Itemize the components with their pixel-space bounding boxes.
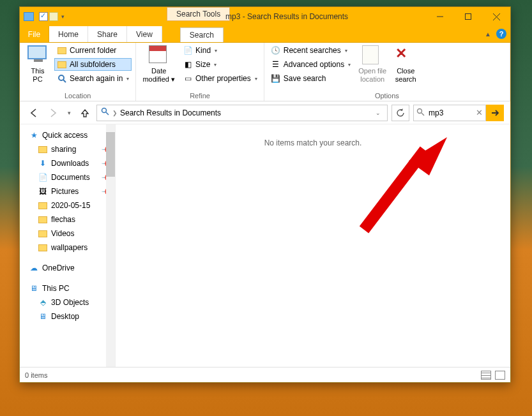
tree-2020-05-15[interactable]: 2020-05-15 [20, 198, 115, 212]
current-folder-button[interactable]: Current folder [54, 44, 132, 57]
search-icon [416, 108, 425, 118]
svg-line-5 [63, 80, 66, 82]
svg-point-4 [59, 75, 64, 80]
group-label-refine: Refine [140, 91, 259, 101]
navigation-bar: ▾ ❯ Search Results in Documents ⌄ ✕ [20, 101, 510, 124]
breadcrumb-sep[interactable]: ❯ [112, 110, 118, 116]
recent-searches-button[interactable]: 🕓 Recent searches▾ [268, 44, 353, 57]
tab-spacer [162, 26, 180, 42]
tab-share[interactable]: Share [88, 26, 127, 42]
refresh-button[interactable] [391, 105, 409, 121]
tab-fill [224, 26, 510, 42]
address-dropdown-icon[interactable]: ⌄ [373, 110, 383, 116]
desktop-icon: 🖥 [38, 311, 48, 322]
qat-customize-icon[interactable]: ▾ [59, 13, 66, 20]
tree-flechas[interactable]: flechas [20, 212, 115, 227]
address-bar[interactable]: ❯ Search Results in Documents ⌄ [96, 105, 388, 121]
cloud-icon: ☁ [29, 263, 39, 273]
tab-search[interactable]: Search [180, 27, 224, 42]
search-box[interactable]: ✕ [413, 105, 486, 121]
search-again-in-button[interactable]: Search again in ▾ [54, 72, 132, 85]
explorer-window: ▾ Search Tools mp3 - Search Results in D… [19, 6, 511, 383]
group-label-options: Options [268, 91, 506, 101]
advanced-options-button[interactable]: ☰ Advanced options▾ [268, 58, 353, 71]
kind-button[interactable]: 📄 Kind▾ [180, 44, 260, 57]
search-go-button[interactable] [486, 105, 504, 121]
qat-newfolder-icon[interactable] [49, 12, 58, 21]
tree-3d-objects[interactable]: ⬘3D Objects [20, 295, 115, 309]
scrollbar-thumb[interactable] [106, 132, 115, 177]
save-icon: 💾 [271, 73, 281, 84]
svg-point-6 [102, 108, 107, 113]
file-tab[interactable]: File [20, 26, 49, 42]
pictures-icon: 🖼 [38, 186, 48, 197]
svg-rect-1 [466, 14, 471, 20]
list-icon: ☰ [271, 59, 281, 70]
tab-view[interactable]: View [127, 26, 162, 42]
svg-line-9 [422, 113, 424, 115]
open-file-location-button: Open file location [356, 44, 389, 85]
tree-videos[interactable]: Videos [20, 227, 115, 241]
ribbon-group-refine: Date modified ▾ 📄 Kind▾ ◧ Size▾ ▭ Other … [136, 43, 264, 101]
up-button[interactable] [77, 105, 93, 121]
details-view-icon[interactable] [481, 371, 491, 380]
collapse-ribbon-icon[interactable]: ▲ [485, 31, 491, 38]
star-icon: ★ [29, 130, 39, 140]
back-button[interactable] [26, 105, 42, 121]
title-bar: ▾ Search Tools mp3 - Search Results in D… [20, 7, 510, 26]
search-results-icon [101, 107, 110, 118]
explorer-icon [24, 12, 34, 21]
svg-point-8 [418, 108, 422, 113]
close-search-button[interactable]: ✕ Close search [391, 44, 420, 85]
tree-sharing[interactable]: sharing📌 [20, 142, 115, 156]
search-icon [57, 73, 67, 84]
item-count: 0 items [25, 371, 47, 379]
forward-button [45, 105, 61, 121]
other-properties-button[interactable]: ▭ Other properties▾ [180, 72, 260, 85]
cube-icon: ⬘ [38, 297, 48, 308]
quick-access-toolbar: ▾ [20, 12, 70, 21]
window-title: mp3 - Search Results in Documents [225, 12, 348, 21]
results-pane[interactable]: No items match your search. [116, 124, 510, 367]
recent-locations-button[interactable]: ▾ [65, 105, 73, 121]
chevron-down-icon: ▾ [126, 76, 129, 82]
tree-pictures[interactable]: 🖼Pictures📌 [20, 184, 115, 198]
close-icon: ✕ [395, 45, 416, 66]
clock-icon: 🕓 [271, 45, 281, 56]
search-input[interactable] [427, 108, 466, 118]
document-icon: 📄 [38, 172, 48, 182]
download-icon: ⬇ [38, 158, 48, 168]
tree-this-pc[interactable]: 🖥This PC [20, 281, 115, 295]
qat-properties-icon[interactable] [39, 12, 48, 21]
all-subfolders-button[interactable]: All subfolders [54, 58, 132, 71]
tree-desktop[interactable]: 🖥Desktop [20, 309, 115, 323]
maximize-button[interactable] [454, 7, 482, 26]
breadcrumb[interactable]: Search Results in Documents [120, 108, 221, 117]
kind-icon: 📄 [183, 45, 193, 56]
tree-quick-access[interactable]: ★ Quick access [20, 128, 115, 142]
pc-icon: 🖥 [29, 283, 39, 293]
size-button[interactable]: ◧ Size▾ [180, 58, 260, 71]
navigation-pane[interactable]: ★ Quick access sharing📌 ⬇Downloads📌 📄Doc… [20, 124, 116, 367]
large-icons-view-icon[interactable] [495, 371, 505, 380]
date-modified-button[interactable]: Date modified ▾ [140, 44, 178, 85]
status-bar: 0 items [20, 367, 510, 382]
ribbon: This PC Current folder All subfolders [20, 43, 510, 101]
tree-documents[interactable]: 📄Documents📌 [20, 170, 115, 184]
ribbon-tabs: File Home Share View Search ▲ ? [20, 26, 510, 43]
save-search-button[interactable]: 💾 Save search [268, 72, 353, 85]
content-area: ★ Quick access sharing📌 ⬇Downloads📌 📄Doc… [20, 124, 510, 367]
tree-wallpapers[interactable]: wallpapers [20, 241, 115, 255]
ribbon-group-options: 🕓 Recent searches▾ ☰ Advanced options▾ 💾… [264, 43, 510, 101]
tab-home[interactable]: Home [49, 26, 88, 42]
help-icon[interactable]: ? [496, 29, 506, 39]
this-pc-button[interactable]: This PC [24, 44, 52, 85]
ribbon-group-location: This PC Current folder All subfolders [20, 43, 136, 101]
close-button[interactable] [482, 7, 510, 26]
properties-icon: ▭ [183, 73, 193, 84]
tree-onedrive[interactable]: ☁OneDrive [20, 261, 115, 275]
svg-line-7 [106, 112, 109, 115]
minimize-button[interactable] [426, 7, 454, 26]
clear-search-icon[interactable]: ✕ [476, 108, 483, 117]
tree-downloads[interactable]: ⬇Downloads📌 [20, 156, 115, 170]
